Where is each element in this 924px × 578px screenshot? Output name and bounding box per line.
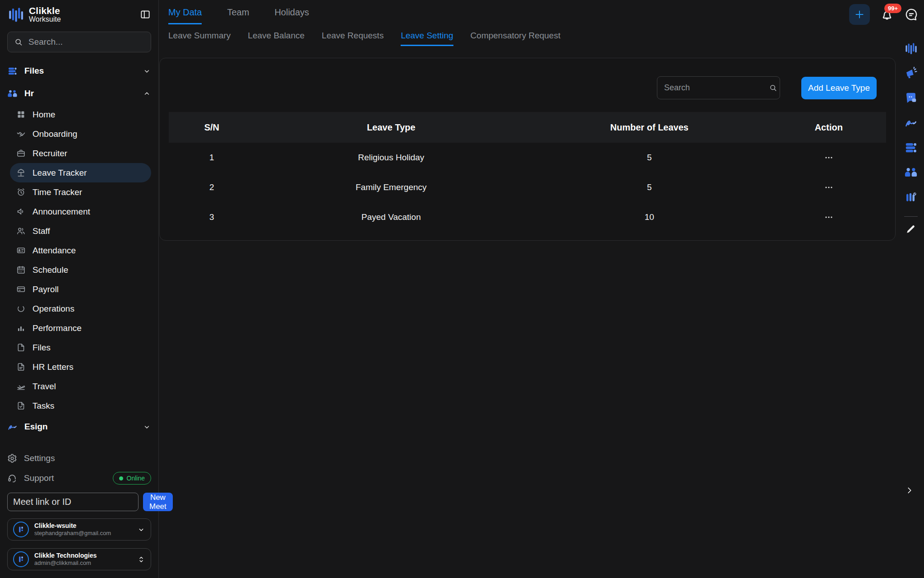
sidebar-item-label: Time Tracker bbox=[32, 187, 82, 197]
brand-name: Clikkle bbox=[29, 6, 61, 16]
leave-types-table: S/N Leave Type Number of Leaves Action 1… bbox=[169, 112, 886, 232]
sidebar-item[interactable]: Travel bbox=[10, 377, 151, 396]
account-name: Clikkle Technologies bbox=[34, 552, 97, 560]
sidebar-item-icon bbox=[16, 226, 26, 236]
sidebar-group-hr[interactable]: Hr bbox=[7, 82, 151, 105]
tab[interactable]: Holidays bbox=[274, 7, 309, 24]
sidebar-item[interactable]: Files bbox=[10, 338, 151, 357]
row-actions-menu-icon[interactable] bbox=[823, 212, 834, 223]
subtab[interactable]: Leave Summary bbox=[168, 31, 231, 46]
files-icon bbox=[7, 66, 18, 76]
avatar bbox=[13, 551, 29, 567]
sidebar-item-label: Onboarding bbox=[32, 129, 77, 139]
rail-app-icon[interactable] bbox=[904, 42, 918, 55]
compose-pencil-icon[interactable] bbox=[905, 223, 917, 235]
chevron-up-icon bbox=[143, 89, 151, 98]
sidebar-item-icon bbox=[16, 401, 26, 410]
online-status-badge: Online bbox=[113, 472, 151, 485]
rail-app-icon[interactable] bbox=[904, 141, 918, 154]
sidebar-item[interactable]: Home bbox=[10, 105, 151, 124]
table-row: 3 Payed Vacation 10 bbox=[169, 202, 886, 232]
table-search-input[interactable] bbox=[664, 83, 769, 93]
sidebar-item-support[interactable]: Support Online bbox=[7, 468, 151, 488]
sidebar-item[interactable]: Schedule bbox=[10, 260, 151, 280]
avatar bbox=[13, 522, 29, 537]
rail-divider bbox=[904, 216, 918, 217]
subtab[interactable]: Leave Setting bbox=[401, 31, 453, 46]
headset-icon bbox=[7, 473, 17, 483]
sidebar-item[interactable]: Time Tracker bbox=[10, 182, 151, 202]
group-label: Hr bbox=[24, 89, 34, 98]
sidebar-item-icon bbox=[16, 110, 26, 119]
sidebar-item[interactable]: Announcement bbox=[10, 202, 151, 221]
column-header-type: Leave Type bbox=[255, 122, 527, 133]
create-new-button[interactable] bbox=[849, 4, 870, 25]
expand-chevron-right-icon[interactable] bbox=[905, 485, 915, 495]
sidebar-item[interactable]: Performance bbox=[10, 318, 151, 338]
sidebar-group-files[interactable]: Files bbox=[7, 60, 151, 82]
column-header-action: Action bbox=[772, 122, 886, 133]
table-search[interactable] bbox=[657, 76, 780, 99]
account-card[interactable]: Clikkle Technologies admin@clikkmail.com bbox=[7, 548, 151, 570]
brand-suite: Worksuite bbox=[29, 16, 61, 23]
sidebar-item-label: Performance bbox=[32, 323, 82, 333]
account-chevron-icon[interactable] bbox=[137, 526, 145, 534]
sidebar-item[interactable]: Staff bbox=[10, 221, 151, 241]
tab[interactable]: Team bbox=[227, 7, 249, 24]
leave-setting-panel: Add Leave Type S/N Leave Type Number of … bbox=[159, 58, 896, 241]
sidebar-item[interactable]: Leave Tracker bbox=[10, 163, 151, 182]
meet-link-input[interactable] bbox=[7, 493, 139, 511]
add-leave-type-button[interactable]: Add Leave Type bbox=[801, 77, 877, 99]
rail-app-icon[interactable] bbox=[904, 91, 918, 105]
sidebar-item[interactable]: Onboarding bbox=[10, 124, 151, 144]
hr-icon bbox=[7, 89, 18, 99]
table-header-row: S/N Leave Type Number of Leaves Action bbox=[169, 112, 886, 143]
group-label: Files bbox=[24, 66, 44, 76]
clikkle-logo-icon bbox=[7, 6, 24, 23]
sidebar-item-label: Attendance bbox=[32, 246, 76, 256]
sidebar-item-label: HR Letters bbox=[32, 362, 74, 372]
clikkle-avatar-icon bbox=[16, 555, 26, 564]
cell-sn: 2 bbox=[169, 182, 255, 192]
search-icon bbox=[769, 84, 777, 92]
sidebar-item-icon bbox=[16, 246, 26, 255]
sidebar-toggle-icon[interactable] bbox=[139, 9, 151, 20]
account-chevron-icon[interactable] bbox=[137, 555, 145, 564]
sidebar-search[interactable] bbox=[7, 32, 151, 52]
rail-app-icon[interactable] bbox=[904, 191, 918, 204]
sidebar-item[interactable]: Attendance bbox=[10, 241, 151, 260]
sidebar-item-label: Operations bbox=[32, 304, 74, 314]
sidebar-item[interactable]: Tasks bbox=[10, 396, 151, 415]
sidebar-item-label: Files bbox=[32, 343, 51, 353]
subtab[interactable]: Leave Balance bbox=[248, 31, 305, 46]
cell-count: 10 bbox=[527, 212, 772, 222]
sidebar-group-esign[interactable]: Esign bbox=[7, 415, 151, 438]
sidebar-item[interactable]: Payroll bbox=[10, 280, 151, 299]
rail-app-icon[interactable] bbox=[904, 66, 918, 80]
sidebar-item-settings[interactable]: Settings bbox=[7, 448, 151, 468]
sidebar-item-icon bbox=[16, 129, 26, 139]
sidebar-item[interactable]: Recruiter bbox=[10, 144, 151, 163]
subtab[interactable]: Compensatory Request bbox=[471, 31, 561, 46]
subtab[interactable]: Leave Requests bbox=[322, 31, 383, 46]
esign-icon bbox=[7, 422, 18, 432]
sidebar-item[interactable]: Operations bbox=[10, 299, 151, 318]
sidebar-item-icon bbox=[16, 382, 26, 391]
chevron-down-icon bbox=[143, 67, 151, 75]
clikkle-avatar-icon bbox=[16, 525, 26, 534]
sidebar-item-icon bbox=[16, 362, 26, 372]
sidebar-item-label: Home bbox=[32, 110, 55, 120]
column-header-sn: S/N bbox=[169, 122, 255, 133]
sidebar-item-icon bbox=[16, 187, 26, 197]
rail-app-icon[interactable] bbox=[904, 116, 918, 130]
rail-app-icon[interactable] bbox=[904, 166, 918, 179]
notifications-button[interactable]: 99+ bbox=[880, 7, 894, 22]
sidebar-item[interactable]: HR Letters bbox=[10, 357, 151, 377]
sidebar-search-input[interactable] bbox=[28, 37, 144, 47]
tab[interactable]: My Data bbox=[168, 7, 202, 24]
row-actions-menu-icon[interactable] bbox=[823, 182, 834, 193]
sidebar-item-label: Payroll bbox=[32, 284, 59, 294]
row-actions-menu-icon[interactable] bbox=[823, 152, 834, 163]
sidebar-item-icon bbox=[16, 343, 26, 352]
account-card[interactable]: Clikkle-wsuite stephandgraham@gmail.com bbox=[7, 518, 151, 541]
